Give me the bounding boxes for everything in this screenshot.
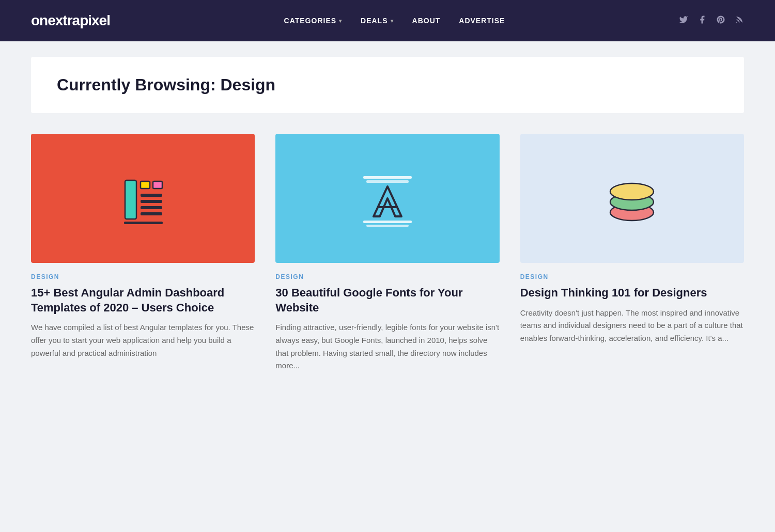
- nav-advertise[interactable]: ADVERTISE: [459, 17, 505, 25]
- social-links: [679, 15, 744, 26]
- svg-rect-9: [363, 176, 412, 179]
- card-3-image: [520, 134, 744, 263]
- facebook-icon[interactable]: [698, 15, 707, 26]
- card-1-image: [31, 134, 255, 263]
- main-nav: CATEGORIES ▾ DEALS ▾ ABOUT ADVERTISE: [284, 17, 505, 25]
- twitter-icon[interactable]: [679, 15, 688, 26]
- svg-rect-8: [124, 222, 163, 224]
- svg-point-0: [736, 22, 737, 23]
- svg-rect-1: [125, 180, 136, 219]
- svg-rect-4: [141, 194, 162, 197]
- hero-banner: Currently Browsing: Design: [31, 57, 744, 113]
- svg-rect-13: [366, 225, 409, 227]
- card-2-category: DESIGN: [275, 273, 499, 280]
- page-title: Currently Browsing: Design: [57, 75, 718, 95]
- site-header: onextrapixel CATEGORIES ▾ DEALS ▾ ABOUT …: [0, 0, 775, 41]
- layers-svg-icon: [598, 165, 665, 232]
- card-2[interactable]: DESIGN 30 Beautiful Google Fonts for You…: [275, 134, 499, 372]
- svg-rect-6: [141, 206, 162, 209]
- svg-rect-3: [153, 181, 162, 189]
- card-3-title: Design Thinking 101 for Designers: [520, 286, 744, 301]
- card-1-excerpt: We have compiled a list of best Angular …: [31, 321, 255, 359]
- card-1-category: DESIGN: [31, 273, 255, 280]
- svg-point-16: [610, 183, 654, 200]
- font-svg-icon: [354, 165, 421, 232]
- card-3-category: DESIGN: [520, 273, 744, 280]
- card-2-title: 30 Beautiful Google Fonts for Your Websi…: [275, 286, 499, 315]
- rss-icon[interactable]: [735, 15, 744, 26]
- svg-rect-10: [366, 180, 409, 183]
- card-2-excerpt: Finding attractive, user-friendly, legib…: [275, 321, 499, 372]
- card-1[interactable]: DESIGN 15+ Best Angular Admin Dashboard …: [31, 134, 255, 372]
- pinterest-icon[interactable]: [716, 15, 725, 26]
- dashboard-svg-icon: [110, 165, 177, 232]
- svg-rect-5: [141, 200, 162, 203]
- chevron-down-icon: ▾: [391, 18, 394, 24]
- svg-rect-2: [141, 181, 150, 189]
- chevron-down-icon: ▾: [339, 18, 342, 24]
- card-3-excerpt: Creativity doesn't just happen. The most…: [520, 307, 744, 345]
- nav-deals[interactable]: DEALS ▾: [361, 17, 393, 25]
- content-area: DESIGN 15+ Best Angular Admin Dashboard …: [0, 113, 775, 393]
- svg-rect-7: [141, 212, 162, 215]
- card-2-image: [275, 134, 499, 263]
- card-3[interactable]: DESIGN Design Thinking 101 for Designers…: [520, 134, 744, 372]
- cards-grid: DESIGN 15+ Best Angular Admin Dashboard …: [31, 134, 744, 372]
- svg-rect-12: [363, 221, 412, 223]
- site-logo[interactable]: onextrapixel: [31, 12, 110, 29]
- nav-about[interactable]: ABOUT: [412, 17, 441, 25]
- card-1-title: 15+ Best Angular Admin Dashboard Templat…: [31, 286, 255, 315]
- nav-categories[interactable]: CATEGORIES ▾: [284, 17, 343, 25]
